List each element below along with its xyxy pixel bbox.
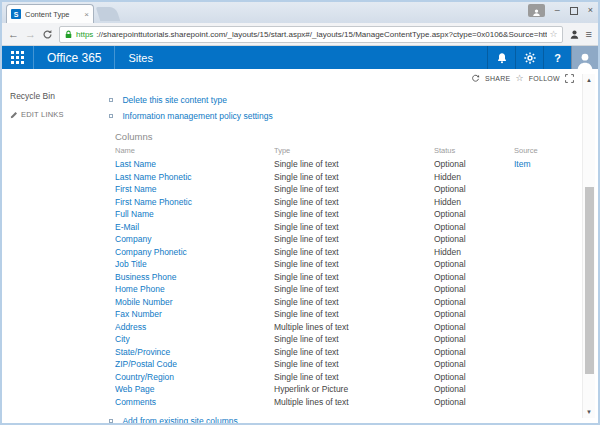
table-row: Company Single line of text Optional — [115, 233, 577, 246]
column-name-link[interactable]: ZIP/Postal Code — [115, 359, 177, 369]
column-name-link[interactable]: Fax Number — [115, 309, 162, 319]
back-icon[interactable]: ← — [8, 28, 19, 40]
column-source-link[interactable]: Item — [514, 159, 531, 169]
refresh-icon[interactable] — [42, 29, 53, 40]
column-name-link[interactable]: Mobile Number — [115, 297, 173, 307]
column-status: Optional — [434, 222, 514, 232]
scroll-down-icon[interactable]: ▼ — [583, 407, 595, 417]
bullet-icon — [109, 98, 113, 102]
column-type: Single line of text — [274, 209, 434, 219]
column-name-link[interactable]: Business Phone — [115, 272, 176, 282]
browser-window: S Content Type × – × ← → https ://sharep… — [0, 0, 600, 425]
minimize-button[interactable]: – — [555, 4, 560, 17]
column-type: Single line of text — [274, 297, 434, 307]
information-policy-link[interactable]: Information management policy settings — [122, 111, 272, 121]
column-name-link[interactable]: Full Name — [115, 209, 154, 219]
table-row: Web Page Hyperlink or Picture Optional — [115, 383, 577, 396]
table-row: Full Name Single line of text Optional — [115, 208, 577, 221]
column-name-link[interactable]: State/Province — [115, 347, 170, 357]
url-text: ://sharepointtutorials.sharepoint.com/_l… — [96, 30, 546, 39]
tab-title: Content Type — [25, 10, 80, 19]
column-type: Single line of text — [274, 334, 434, 344]
column-type: Single line of text — [274, 159, 434, 169]
column-name-link[interactable]: Last Name — [115, 159, 156, 169]
bullet-icon — [109, 114, 113, 118]
address-bar[interactable]: https ://sharepointtutorials.sharepoint.… — [59, 26, 563, 43]
waffle-icon — [11, 51, 24, 64]
header-source: Source — [514, 146, 577, 155]
chrome-menu-icon[interactable]: ≡ — [586, 28, 592, 40]
bullet-icon — [109, 419, 113, 423]
column-name-link[interactable]: Country/Region — [115, 372, 174, 382]
bookmark-star-icon[interactable]: ☆ — [550, 29, 558, 39]
browser-tab[interactable]: S Content Type × — [6, 4, 94, 23]
column-name-link[interactable]: Home Phone — [115, 284, 165, 294]
person-icon — [576, 51, 594, 69]
follow-star-icon: ☆ — [516, 74, 524, 83]
browser-toolbar: ← → https ://sharepointtutorials.sharepo… — [2, 23, 598, 46]
column-status: Optional — [434, 209, 514, 219]
table-row: State/Province Single line of text Optio… — [115, 346, 577, 359]
column-name-link[interactable]: E-Mail — [115, 222, 139, 232]
sites-nav-item[interactable]: Sites — [115, 46, 165, 69]
column-status: Optional — [434, 309, 514, 319]
column-type: Single line of text — [274, 247, 434, 257]
column-name-link[interactable]: Company — [115, 234, 151, 244]
column-name-link[interactable]: Company Phonetic — [115, 247, 187, 257]
table-row: Fax Number Single line of text Optional — [115, 308, 577, 321]
suite-bar: Office 365 Sites ? — [2, 46, 598, 69]
recycle-bin-link[interactable]: Recycle Bin — [10, 91, 114, 101]
column-name-link[interactable]: Job Title — [115, 259, 147, 269]
table-row: Country/Region Single line of text Optio… — [115, 371, 577, 384]
focus-on-content-icon[interactable] — [565, 74, 574, 83]
office-365-brand[interactable]: Office 365 — [34, 46, 115, 69]
column-type: Single line of text — [274, 234, 434, 244]
column-name-link[interactable]: First Name Phonetic — [115, 197, 192, 207]
column-type: Single line of text — [274, 347, 434, 357]
column-status: Optional — [434, 184, 514, 194]
share-button[interactable]: SHARE — [485, 75, 511, 82]
add-existing-columns-link[interactable]: Add from existing site columns — [122, 416, 237, 425]
column-status: Optional — [434, 284, 514, 294]
close-button[interactable]: × — [588, 4, 593, 17]
column-type: Single line of text — [274, 372, 434, 382]
settings-button[interactable] — [515, 46, 543, 69]
bell-icon — [496, 52, 508, 64]
column-name-link[interactable]: Address — [115, 322, 146, 332]
notifications-button[interactable] — [487, 46, 515, 69]
url-scheme: https — [76, 30, 93, 39]
edit-links-button[interactable]: EDIT LINKS — [10, 110, 114, 119]
table-row: ZIP/Postal Code Single line of text Opti… — [115, 358, 577, 371]
forward-icon[interactable]: → — [25, 28, 36, 40]
follow-button[interactable]: FOLLOW — [529, 75, 560, 82]
column-type: Single line of text — [274, 184, 434, 194]
table-row: Company Phonetic Single line of text Hid… — [115, 246, 577, 259]
app-launcher-button[interactable] — [2, 46, 34, 69]
column-name-link[interactable]: Comments — [115, 397, 156, 407]
user-avatar[interactable] — [571, 46, 598, 69]
page-scrollbar[interactable]: ▲ ▼ — [582, 74, 595, 418]
new-tab-button[interactable] — [96, 7, 121, 21]
column-type: Multiple lines of text — [274, 322, 434, 332]
chrome-profile-icon[interactable] — [528, 4, 545, 17]
column-type: Single line of text — [274, 222, 434, 232]
scrollbar-thumb[interactable] — [585, 187, 594, 374]
column-status: Optional — [434, 297, 514, 307]
header-name: Name — [115, 146, 274, 155]
column-type: Multiple lines of text — [274, 397, 434, 407]
column-name-link[interactable]: City — [115, 334, 130, 344]
scroll-up-icon[interactable]: ▲ — [583, 75, 595, 85]
column-name-link[interactable]: Web Page — [115, 384, 155, 394]
help-button[interactable]: ? — [543, 46, 571, 69]
header-type: Type — [274, 146, 434, 155]
toolbar-profile-icon[interactable] — [569, 29, 580, 40]
maximize-button[interactable] — [570, 7, 578, 15]
column-type: Single line of text — [274, 359, 434, 369]
delete-content-type-link[interactable]: Delete this site content type — [122, 95, 226, 105]
tab-close-icon[interactable]: × — [84, 10, 89, 19]
column-type: Single line of text — [274, 272, 434, 282]
column-name-link[interactable]: First Name — [115, 184, 157, 194]
column-status: Hidden — [434, 247, 514, 257]
column-name-link[interactable]: Last Name Phonetic — [115, 172, 192, 182]
column-type: Hyperlink or Picture — [274, 384, 434, 394]
